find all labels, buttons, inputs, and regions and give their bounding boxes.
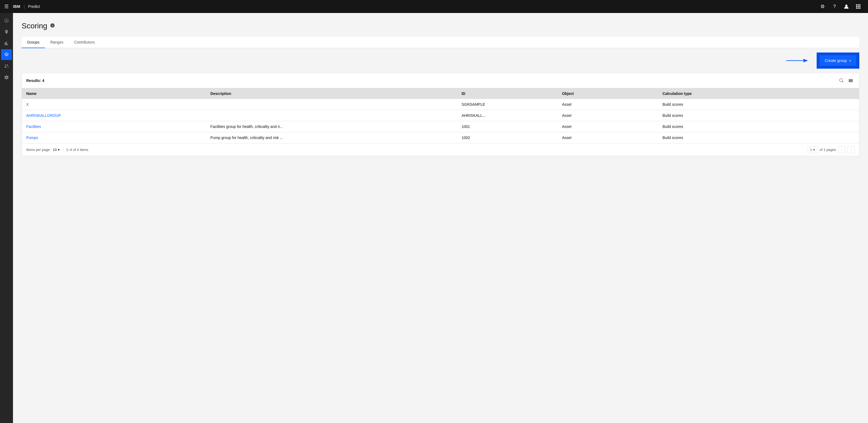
brand-name: IBM <box>13 4 20 9</box>
cell-calculation-type: Build scores <box>658 121 859 132</box>
cell-id: AHRISKALL... <box>457 110 558 121</box>
table-actions <box>837 77 855 85</box>
tab-ranges[interactable]: Ranges <box>45 37 69 48</box>
apps-icon[interactable] <box>853 1 864 12</box>
col-id: ID <box>457 88 558 99</box>
svg-rect-1 <box>856 4 857 5</box>
cell-object: Asset <box>558 110 658 121</box>
page-chevron: ▾ <box>813 148 815 152</box>
name-link[interactable]: X <box>26 102 29 107</box>
name-link[interactable]: AHRISKALLGROUP <box>26 113 61 118</box>
sidebar-item-analytics[interactable] <box>1 38 12 49</box>
settings-icon[interactable]: ⚙ <box>817 1 828 12</box>
tab-contributors[interactable]: Contributors <box>69 37 100 48</box>
svg-marker-13 <box>803 59 808 62</box>
svg-rect-4 <box>856 6 857 7</box>
search-button[interactable] <box>837 77 845 85</box>
total-pages-label: of 1 pages <box>819 148 836 152</box>
table-header-row: Name Description ID Object Calculation t… <box>22 88 859 99</box>
current-page: 1 <box>810 148 812 152</box>
create-group-plus-icon: + <box>849 58 851 63</box>
sidebar-item-settings[interactable] <box>1 72 12 83</box>
page-select[interactable]: 1 ▾ <box>808 146 817 153</box>
next-page-button[interactable]: › <box>847 146 855 153</box>
sidebar-item-launch[interactable] <box>1 15 12 26</box>
page-header: Scoring <box>22 22 859 30</box>
table-row: X SGRSAMPLE Asset Build scores <box>22 99 859 110</box>
help-icon[interactable]: ? <box>829 1 840 12</box>
create-group-label: Create group <box>825 58 847 63</box>
col-description: Description <box>206 88 457 99</box>
cell-calculation-type: Build scores <box>658 110 859 121</box>
col-name: Name <box>22 88 206 99</box>
svg-point-10 <box>5 64 6 66</box>
top-nav: ☰ IBM | Predict ⚙ ? <box>0 0 868 13</box>
hamburger-icon[interactable]: ☰ <box>4 3 9 9</box>
cell-description <box>206 99 457 110</box>
table-body: X SGRSAMPLE Asset Build scores AHRISKALL… <box>22 99 859 143</box>
table-row: Pumps Pump group for health, criticality… <box>22 132 859 143</box>
brand-product: Predict <box>28 4 40 9</box>
cell-calculation-type: Build scores <box>658 132 859 143</box>
table-row: AHRISKALLGROUP AHRISKALL... Asset Build … <box>22 110 859 121</box>
tab-groups[interactable]: Groups <box>22 37 45 48</box>
table-row: Facilities Facilities group for health, … <box>22 121 859 132</box>
svg-rect-7 <box>856 7 857 9</box>
user-icon[interactable] <box>841 1 852 12</box>
items-range: 1–4 of 4 items <box>66 148 88 152</box>
brand-divider: | <box>24 4 25 9</box>
prev-page-button[interactable]: ‹ <box>838 146 845 153</box>
cell-object: Asset <box>558 132 658 143</box>
tabs-bar: Groups Ranges Contributors <box>22 37 859 48</box>
items-per-page-label: Items per page: <box>26 148 51 152</box>
brand: IBM | Predict <box>13 4 40 9</box>
svg-rect-3 <box>859 4 861 5</box>
items-per-page-chevron: ▾ <box>58 148 60 152</box>
cell-id: SGRSAMPLE <box>457 99 558 110</box>
sidebar-item-scoring[interactable] <box>1 49 12 60</box>
sidebar <box>0 13 13 423</box>
cell-description: Pump group for health, criticality and r… <box>206 132 457 143</box>
cell-name: Facilities <box>22 121 206 132</box>
name-link[interactable]: Pumps <box>26 135 38 140</box>
blue-arrow <box>786 57 808 64</box>
pagination: Items per page: 10 ▾ 1–4 of 4 items 1 ▾ … <box>22 143 859 156</box>
sidebar-item-team[interactable] <box>1 61 12 71</box>
cell-id: 1002 <box>457 132 558 143</box>
data-table: Name Description ID Object Calculation t… <box>22 88 859 143</box>
sidebar-item-location[interactable] <box>1 27 12 37</box>
create-group-button[interactable]: Create group + <box>818 54 858 67</box>
items-per-page-select[interactable]: 10 ▾ <box>53 148 60 152</box>
svg-point-11 <box>7 64 8 66</box>
results-count: Results: 4 <box>26 79 44 83</box>
toolbar-row: Create group + <box>22 48 859 73</box>
svg-rect-5 <box>858 6 859 7</box>
page-title: Scoring <box>22 22 47 30</box>
cell-name: Pumps <box>22 132 206 143</box>
cell-name: X <box>22 99 206 110</box>
cell-name: AHRISKALLGROUP <box>22 110 206 121</box>
create-group-wrapper: Create group + <box>817 53 859 69</box>
cell-description <box>206 110 457 121</box>
col-calculation-type: Calculation type <box>658 88 859 99</box>
cell-calculation-type: Build scores <box>658 99 859 110</box>
create-group-highlight: Create group + <box>817 53 859 69</box>
svg-rect-9 <box>859 7 861 9</box>
columns-button[interactable] <box>847 77 855 85</box>
svg-rect-6 <box>859 6 861 7</box>
top-nav-icons: ⚙ ? <box>817 1 864 12</box>
info-icon[interactable] <box>50 23 55 29</box>
content-area: Scoring Groups Ranges Contributors <box>13 13 868 423</box>
app-layout: Scoring Groups Ranges Contributors <box>0 13 868 423</box>
cell-object: Asset <box>558 121 658 132</box>
col-object: Object <box>558 88 658 99</box>
name-link[interactable]: Facilities <box>26 124 41 129</box>
table-section: Results: 4 Name Description ID <box>22 73 859 156</box>
results-bar: Results: 4 <box>22 73 859 88</box>
cell-description: Facilities group for health, criticality… <box>206 121 457 132</box>
pagination-left: Items per page: 10 ▾ 1–4 of 4 items <box>26 148 88 152</box>
items-per-page-value: 10 <box>53 148 57 152</box>
cell-id: 1001 <box>457 121 558 132</box>
svg-rect-2 <box>858 4 859 5</box>
svg-rect-8 <box>858 7 859 9</box>
